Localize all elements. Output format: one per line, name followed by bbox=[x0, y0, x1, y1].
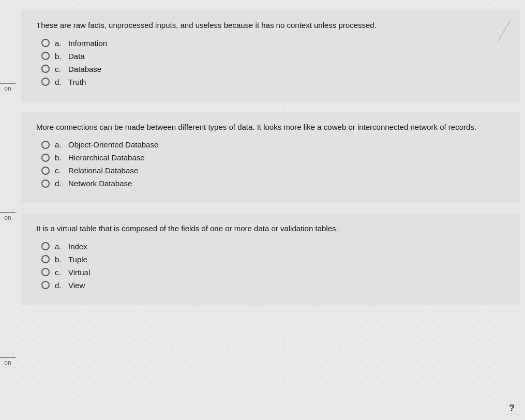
option-3b[interactable]: b. Tuple bbox=[41, 255, 504, 264]
radio-1d[interactable] bbox=[41, 78, 50, 86]
diagonal-decoration bbox=[494, 20, 515, 46]
option-letter-3a: a. bbox=[55, 242, 64, 251]
option-letter-3b: b. bbox=[55, 255, 64, 264]
side-label-q1: on bbox=[0, 83, 16, 92]
options-list-2: a. Object-Oriented Database b. Hierarchi… bbox=[41, 140, 504, 188]
radio-1c[interactable] bbox=[41, 65, 50, 73]
option-letter-3d: d. bbox=[55, 281, 64, 290]
question-block-1: These are raw facts, unprocessed inputs,… bbox=[21, 10, 520, 102]
option-text-2d: Network Database bbox=[68, 179, 132, 188]
option-1d[interactable]: d. Truth bbox=[41, 78, 504, 86]
question-text-1: These are raw facts, unprocessed inputs,… bbox=[36, 20, 504, 32]
option-text-1a: Information bbox=[68, 39, 107, 48]
option-3d[interactable]: d. View bbox=[41, 281, 504, 290]
option-2b[interactable]: b. Hierarchical Database bbox=[41, 153, 504, 162]
option-text-3b: Tuple bbox=[68, 255, 87, 264]
option-1c[interactable]: c. Database bbox=[41, 65, 504, 73]
option-letter-2b: b. bbox=[55, 153, 64, 162]
option-letter-3c: c. bbox=[55, 268, 64, 277]
radio-2c[interactable] bbox=[41, 167, 50, 175]
option-3c[interactable]: c. Virtual bbox=[41, 268, 504, 277]
radio-2a[interactable] bbox=[41, 141, 50, 149]
radio-3b[interactable] bbox=[41, 255, 50, 263]
radio-3d[interactable] bbox=[41, 281, 50, 289]
option-text-2a: Object-Oriented Database bbox=[68, 140, 158, 149]
question-text-3: It is a virtual table that is composed o… bbox=[36, 223, 504, 235]
page-container: on These are raw facts, unprocessed inpu… bbox=[0, 0, 525, 420]
option-2d[interactable]: d. Network Database bbox=[41, 179, 504, 188]
option-2c[interactable]: c. Relational Database bbox=[41, 166, 504, 175]
option-letter-1b: b. bbox=[55, 52, 64, 61]
option-2a[interactable]: a. Object-Oriented Database bbox=[41, 140, 504, 149]
radio-1a[interactable] bbox=[41, 39, 50, 47]
option-letter-1d: d. bbox=[55, 78, 64, 86]
svg-line-0 bbox=[498, 20, 511, 41]
option-letter-2c: c. bbox=[55, 166, 64, 175]
option-letter-1c: c. bbox=[55, 65, 64, 73]
bottom-question-mark: ? bbox=[509, 403, 515, 414]
side-label-q3: on bbox=[0, 357, 16, 366]
option-letter-2d: d. bbox=[55, 179, 64, 188]
option-1b[interactable]: b. Data bbox=[41, 52, 504, 61]
option-text-2c: Relational Database bbox=[68, 166, 138, 175]
option-text-1d: Truth bbox=[68, 78, 86, 86]
option-text-1b: Data bbox=[68, 52, 85, 61]
radio-3a[interactable] bbox=[41, 242, 50, 250]
option-text-3d: View bbox=[68, 281, 85, 290]
option-letter-2a: a. bbox=[55, 140, 64, 149]
option-3a[interactable]: a. Index bbox=[41, 242, 504, 251]
option-text-3a: Index bbox=[68, 242, 87, 251]
question-block-2: More connections can be made between dif… bbox=[21, 112, 520, 204]
option-text-3c: Virtual bbox=[68, 268, 90, 277]
side-label-q2: on bbox=[0, 212, 16, 221]
question-block-3: It is a virtual table that is composed o… bbox=[21, 214, 520, 305]
options-list-3: a. Index b. Tuple c. Virtual d. View bbox=[41, 242, 504, 290]
option-1a[interactable]: a. Information bbox=[41, 39, 504, 48]
radio-2d[interactable] bbox=[41, 179, 50, 188]
radio-1b[interactable] bbox=[41, 52, 50, 60]
question-text-2: More connections can be made between dif… bbox=[36, 122, 504, 133]
option-letter-1a: a. bbox=[55, 39, 64, 48]
option-text-1c: Database bbox=[68, 65, 101, 73]
option-text-2b: Hierarchical Database bbox=[68, 153, 145, 162]
radio-2b[interactable] bbox=[41, 154, 50, 162]
radio-3c[interactable] bbox=[41, 268, 50, 276]
options-list-1: a. Information b. Data c. Database d. Tr… bbox=[41, 39, 504, 86]
